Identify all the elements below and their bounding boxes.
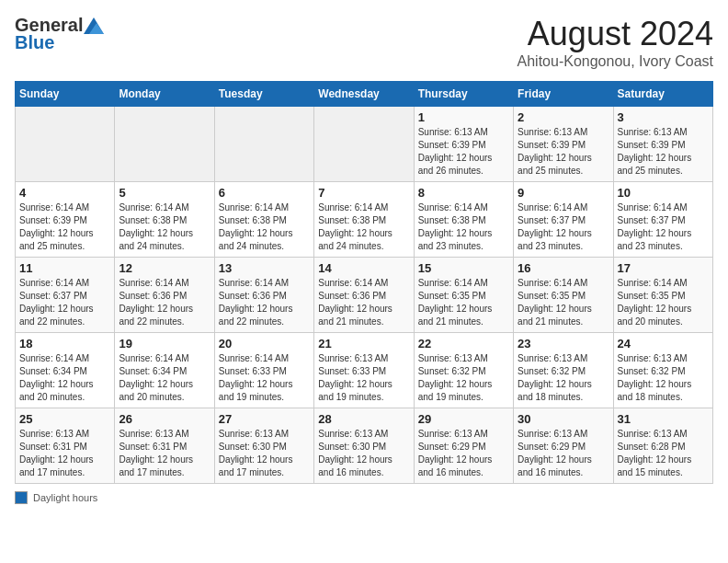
day-info: Sunrise: 6:14 AM Sunset: 6:37 PM Dayligh…	[518, 201, 609, 253]
day-number: 14	[318, 261, 409, 275]
day-info: Sunrise: 6:14 AM Sunset: 6:34 PM Dayligh…	[19, 352, 110, 404]
day-number: 1	[418, 110, 509, 124]
calendar-cell: 24Sunrise: 6:13 AM Sunset: 6:32 PM Dayli…	[613, 333, 712, 408]
day-number: 25	[19, 412, 110, 426]
calendar-cell: 10Sunrise: 6:14 AM Sunset: 6:37 PM Dayli…	[613, 182, 712, 258]
calendar-cell: 26Sunrise: 6:13 AM Sunset: 6:31 PM Dayli…	[115, 408, 214, 484]
day-info: Sunrise: 6:14 AM Sunset: 6:35 PM Dayligh…	[418, 277, 509, 328]
day-info: Sunrise: 6:13 AM Sunset: 6:29 PM Dayligh…	[418, 428, 509, 479]
weekday-header: Tuesday	[214, 82, 313, 107]
day-info: Sunrise: 6:13 AM Sunset: 6:39 PM Dayligh…	[518, 126, 609, 178]
calendar-cell: 11Sunrise: 6:14 AM Sunset: 6:37 PM Dayli…	[16, 258, 115, 333]
day-number: 8	[418, 186, 509, 200]
day-number: 9	[518, 186, 609, 200]
legend-text: Daylight hours	[33, 492, 97, 503]
day-info: Sunrise: 6:14 AM Sunset: 6:35 PM Dayligh…	[618, 277, 709, 328]
weekday-header: Sunday	[16, 82, 115, 107]
logo-icon	[84, 17, 104, 34]
calendar-cell: 4Sunrise: 6:14 AM Sunset: 6:39 PM Daylig…	[16, 182, 115, 258]
calendar-table: SundayMondayTuesdayWednesdayThursdayFrid…	[15, 81, 713, 484]
day-number: 4	[19, 186, 110, 200]
day-number: 23	[518, 337, 609, 350]
weekday-header: Saturday	[613, 82, 712, 107]
calendar-header: SundayMondayTuesdayWednesdayThursdayFrid…	[16, 82, 713, 107]
calendar-cell: 19Sunrise: 6:14 AM Sunset: 6:34 PM Dayli…	[115, 333, 214, 408]
day-info: Sunrise: 6:14 AM Sunset: 6:33 PM Dayligh…	[219, 352, 310, 404]
day-info: Sunrise: 6:14 AM Sunset: 6:34 PM Dayligh…	[119, 352, 210, 404]
calendar-cell: 31Sunrise: 6:13 AM Sunset: 6:28 PM Dayli…	[613, 408, 712, 484]
day-number: 27	[219, 412, 310, 426]
day-info: Sunrise: 6:13 AM Sunset: 6:32 PM Dayligh…	[618, 352, 709, 404]
calendar-cell	[214, 107, 313, 182]
day-info: Sunrise: 6:14 AM Sunset: 6:35 PM Dayligh…	[518, 277, 609, 328]
day-info: Sunrise: 6:13 AM Sunset: 6:28 PM Dayligh…	[618, 428, 709, 479]
day-number: 6	[219, 186, 310, 200]
calendar-cell: 5Sunrise: 6:14 AM Sunset: 6:38 PM Daylig…	[115, 182, 214, 258]
calendar-week-row: 1Sunrise: 6:13 AM Sunset: 6:39 PM Daylig…	[16, 107, 713, 182]
day-info: Sunrise: 6:14 AM Sunset: 6:36 PM Dayligh…	[318, 277, 409, 328]
calendar-cell: 22Sunrise: 6:13 AM Sunset: 6:32 PM Dayli…	[414, 333, 513, 408]
day-number: 7	[318, 186, 409, 200]
day-number: 31	[618, 412, 709, 426]
day-number: 21	[318, 337, 409, 350]
calendar-cell: 9Sunrise: 6:14 AM Sunset: 6:37 PM Daylig…	[514, 182, 613, 258]
calendar-cell: 25Sunrise: 6:13 AM Sunset: 6:31 PM Dayli…	[16, 408, 115, 484]
calendar-cell: 28Sunrise: 6:13 AM Sunset: 6:30 PM Dayli…	[314, 408, 414, 484]
calendar-week-row: 11Sunrise: 6:14 AM Sunset: 6:37 PM Dayli…	[16, 258, 713, 333]
day-number: 29	[418, 412, 509, 426]
calendar-week-row: 25Sunrise: 6:13 AM Sunset: 6:31 PM Dayli…	[16, 408, 713, 484]
calendar-cell: 1Sunrise: 6:13 AM Sunset: 6:39 PM Daylig…	[414, 107, 513, 182]
logo: General Blue	[15, 15, 105, 53]
calendar-cell: 6Sunrise: 6:14 AM Sunset: 6:38 PM Daylig…	[214, 182, 313, 258]
calendar-cell	[314, 107, 414, 182]
day-number: 12	[119, 261, 210, 275]
calendar-cell: 18Sunrise: 6:14 AM Sunset: 6:34 PM Dayli…	[16, 333, 115, 408]
day-info: Sunrise: 6:14 AM Sunset: 6:37 PM Dayligh…	[618, 201, 709, 253]
day-number: 22	[418, 337, 509, 350]
day-number: 24	[618, 337, 709, 350]
day-info: Sunrise: 6:13 AM Sunset: 6:33 PM Dayligh…	[318, 352, 409, 404]
weekday-header: Thursday	[414, 82, 513, 107]
day-number: 30	[518, 412, 609, 426]
calendar-cell: 29Sunrise: 6:13 AM Sunset: 6:29 PM Dayli…	[414, 408, 513, 484]
day-number: 2	[518, 110, 609, 124]
calendar-cell: 14Sunrise: 6:14 AM Sunset: 6:36 PM Dayli…	[314, 258, 414, 333]
calendar-cell: 12Sunrise: 6:14 AM Sunset: 6:36 PM Dayli…	[115, 258, 214, 333]
day-info: Sunrise: 6:14 AM Sunset: 6:37 PM Dayligh…	[19, 277, 110, 328]
day-info: Sunrise: 6:13 AM Sunset: 6:29 PM Dayligh…	[518, 428, 609, 479]
day-info: Sunrise: 6:14 AM Sunset: 6:36 PM Dayligh…	[119, 277, 210, 328]
logo-blue: Blue	[15, 32, 54, 53]
weekday-header: Friday	[514, 82, 613, 107]
title-block: August 2024 Ahitou-Kongonou, Ivory Coast	[518, 15, 713, 70]
day-info: Sunrise: 6:13 AM Sunset: 6:32 PM Dayligh…	[518, 352, 609, 404]
weekday-header: Wednesday	[314, 82, 414, 107]
day-number: 20	[219, 337, 310, 350]
day-info: Sunrise: 6:13 AM Sunset: 6:30 PM Dayligh…	[219, 428, 310, 479]
calendar-week-row: 18Sunrise: 6:14 AM Sunset: 6:34 PM Dayli…	[16, 333, 713, 408]
main-title: August 2024	[518, 15, 713, 53]
calendar-cell: 23Sunrise: 6:13 AM Sunset: 6:32 PM Dayli…	[514, 333, 613, 408]
day-info: Sunrise: 6:14 AM Sunset: 6:38 PM Dayligh…	[219, 201, 310, 253]
day-number: 26	[119, 412, 210, 426]
weekday-header: Monday	[115, 82, 214, 107]
day-number: 16	[518, 261, 609, 275]
calendar-cell	[115, 107, 214, 182]
day-number: 18	[19, 337, 110, 350]
calendar-cell: 21Sunrise: 6:13 AM Sunset: 6:33 PM Dayli…	[314, 333, 414, 408]
day-number: 3	[618, 110, 709, 124]
calendar-cell: 13Sunrise: 6:14 AM Sunset: 6:36 PM Dayli…	[214, 258, 313, 333]
calendar-cell: 17Sunrise: 6:14 AM Sunset: 6:35 PM Dayli…	[613, 258, 712, 333]
legend-box	[15, 491, 28, 504]
day-info: Sunrise: 6:14 AM Sunset: 6:36 PM Dayligh…	[219, 277, 310, 328]
day-info: Sunrise: 6:14 AM Sunset: 6:38 PM Dayligh…	[119, 201, 210, 253]
day-info: Sunrise: 6:13 AM Sunset: 6:31 PM Dayligh…	[19, 428, 110, 479]
day-number: 28	[318, 412, 409, 426]
day-info: Sunrise: 6:13 AM Sunset: 6:39 PM Dayligh…	[418, 126, 509, 178]
calendar-cell: 30Sunrise: 6:13 AM Sunset: 6:29 PM Dayli…	[514, 408, 613, 484]
day-number: 5	[119, 186, 210, 200]
day-number: 10	[618, 186, 709, 200]
calendar-cell: 15Sunrise: 6:14 AM Sunset: 6:35 PM Dayli…	[414, 258, 513, 333]
day-number: 13	[219, 261, 310, 275]
calendar-cell: 7Sunrise: 6:14 AM Sunset: 6:38 PM Daylig…	[314, 182, 414, 258]
page-header: General Blue August 2024 Ahitou-Kongonou…	[15, 15, 713, 70]
